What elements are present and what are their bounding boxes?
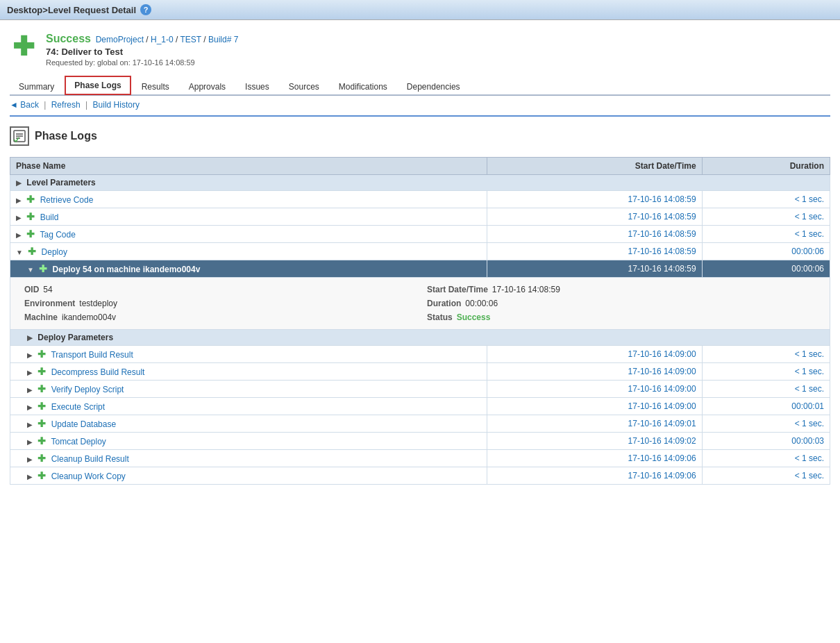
deploy-detail-grid: OID 54 Start Date/Time 17-10-16 14:08:59… (10, 278, 830, 329)
build-expand[interactable]: ▶ (16, 214, 22, 222)
top-bar: Desktop>Level Request Detail ? (0, 0, 840, 20)
cleanup-build-link[interactable]: Cleanup Build Result (51, 454, 129, 464)
tab-approvals[interactable]: Approvals (180, 78, 235, 95)
status-requested: Requested by: global on: 17-10-16 14:08:… (46, 58, 238, 67)
retrieve-code-date: 17-10-16 14:08:59 (487, 191, 702, 208)
breadcrumb-build[interactable]: Build# 7 (208, 35, 238, 44)
tab-phase-logs[interactable]: Phase Logs (65, 76, 131, 95)
transport-duration: < 1 sec. (702, 346, 830, 363)
tab-results[interactable]: Results (133, 78, 178, 95)
deploy-plus-icon[interactable]: ✚ (28, 246, 36, 257)
status-description: 74: Deliver to Test (46, 47, 238, 57)
tomcat-link[interactable]: Tomcat Deploy (51, 437, 106, 446)
status-icon: ✚ (10, 33, 37, 60)
tag-code-link[interactable]: Tag Code (40, 230, 75, 240)
deploy-machine-duration: 00:00:06 (702, 260, 830, 278)
transport-plus-icon[interactable]: ✚ (37, 349, 46, 360)
back-link[interactable]: ◄ Back (10, 100, 39, 110)
help-icon[interactable]: ? (140, 4, 151, 15)
tag-code-expand[interactable]: ▶ (16, 231, 22, 239)
execute-expand[interactable]: ▶ (27, 403, 33, 411)
decompress-expand[interactable]: ▶ (27, 369, 33, 376)
transport-link[interactable]: Transport Build Result (51, 350, 133, 360)
deploy-date: 17-10-16 14:08:59 (487, 243, 702, 260)
phase-table: Phase Name Start Date/Time Duration ▶ Le… (10, 157, 830, 485)
breadcrumb-project[interactable]: DemoProject (96, 35, 144, 44)
build-link[interactable]: Build (40, 212, 59, 222)
deploy-machine-link[interactable]: Deploy 54 on machine ikandemo004v (53, 265, 201, 274)
cleanup-work-duration: < 1 sec. (702, 467, 830, 485)
build-history-link[interactable]: Build History (93, 100, 140, 110)
execute-date: 17-10-16 14:09:00 (487, 398, 702, 415)
level-params-expand[interactable]: ▶ (16, 179, 22, 187)
cleanup-work-link[interactable]: Cleanup Work Copy (51, 471, 126, 481)
cleanup-build-expand[interactable]: ▶ (27, 456, 33, 463)
retrieve-code-plus-icon[interactable]: ✚ (26, 194, 35, 205)
retrieve-code-link[interactable]: Retrieve Code (40, 195, 94, 205)
execute-link[interactable]: Execute Script (51, 402, 105, 412)
transport-expand[interactable]: ▶ (27, 351, 33, 359)
detail-oid: OID 54 (24, 285, 413, 294)
tomcat-expand[interactable]: ▶ (27, 438, 33, 446)
tomcat-plus-icon[interactable]: ✚ (37, 435, 46, 446)
build-plus-icon[interactable]: ✚ (26, 211, 35, 222)
decompress-date: 17-10-16 14:09:00 (487, 363, 702, 381)
tab-sources[interactable]: Sources (280, 78, 328, 95)
tab-dependencies[interactable]: Dependencies (398, 78, 469, 95)
deploy-machine-expand[interactable]: ▼ (27, 266, 34, 274)
deploy-machine-row: ▼ ✚ Deploy 54 on machine ikandemo004v 17… (10, 260, 830, 278)
refresh-link[interactable]: Refresh (51, 100, 81, 110)
detail-duration: Duration 00:00:06 (427, 299, 816, 308)
deploy-params-row: ▶ Deploy Parameters (10, 330, 830, 346)
verify-expand[interactable]: ▶ (27, 386, 33, 394)
tab-issues[interactable]: Issues (236, 78, 278, 95)
deploy-machine-date: 17-10-16 14:08:59 (487, 260, 702, 278)
retrieve-code-expand[interactable]: ▶ (16, 197, 22, 204)
deploy-params-expand[interactable]: ▶ (27, 334, 33, 342)
breadcrumb-test[interactable]: TEST (180, 35, 201, 44)
breadcrumb-h10[interactable]: H_1-0 (151, 35, 174, 44)
cleanup-work-expand[interactable]: ▶ (27, 473, 33, 481)
build-date: 17-10-16 14:08:59 (487, 208, 702, 226)
build-duration: < 1 sec. (702, 208, 830, 226)
decompress-plus-icon[interactable]: ✚ (37, 366, 46, 377)
retrieve-code-duration: < 1 sec. (702, 191, 830, 208)
update-db-link[interactable]: Update Database (51, 419, 116, 429)
tab-summary[interactable]: Summary (10, 78, 63, 95)
status-header: ✚ Success DemoProject / H_1-0 / TEST / B… (10, 27, 830, 75)
table-row: ▶ ✚ Decompress Build Result 17-10-16 14:… (10, 363, 830, 381)
tag-code-plus-icon[interactable]: ✚ (26, 228, 35, 240)
cleanup-work-date: 17-10-16 14:09:06 (487, 467, 702, 485)
col-phase-name: Phase Name (10, 158, 487, 175)
update-db-duration: < 1 sec. (702, 415, 830, 433)
execute-plus-icon[interactable]: ✚ (37, 401, 46, 412)
verify-date: 17-10-16 14:09:00 (487, 381, 702, 398)
deploy-expand[interactable]: ▼ (16, 249, 23, 256)
cleanup-work-plus-icon[interactable]: ✚ (37, 470, 46, 481)
update-db-date: 17-10-16 14:09:01 (487, 415, 702, 433)
decompress-link[interactable]: Decompress Build Result (51, 367, 145, 377)
tomcat-date: 17-10-16 14:09:02 (487, 433, 702, 450)
table-row: ▼ ✚ Deploy 17-10-16 14:08:59 00:00:06 (10, 243, 830, 260)
cleanup-build-plus-icon[interactable]: ✚ (37, 453, 46, 464)
deploy-machine-plus-icon[interactable]: ✚ (39, 263, 47, 274)
table-row: ▶ ✚ Retrieve Code 17-10-16 14:08:59 < 1 … (10, 191, 830, 208)
tab-modifications[interactable]: Modifications (330, 78, 396, 95)
update-db-plus-icon[interactable]: ✚ (37, 418, 46, 429)
table-row: ▶ ✚ Update Database 17-10-16 14:09:01 < … (10, 415, 830, 433)
table-row: ▶ ✚ Tag Code 17-10-16 14:08:59 < 1 sec. (10, 226, 830, 243)
phase-logs-icon (10, 126, 29, 146)
page-title: Desktop>Level Request Detail (7, 5, 136, 15)
level-params-label: Level Parameters (26, 178, 95, 187)
deploy-link[interactable]: Deploy (42, 247, 67, 257)
table-row: ▶ ✚ Verify Deploy Script 17-10-16 14:09:… (10, 381, 830, 398)
breadcrumb: DemoProject / H_1-0 / TEST / Build# 7 (93, 35, 238, 44)
status-label: Success (46, 33, 91, 44)
tabs-bar: Summary Phase Logs Results Approvals Iss… (10, 75, 830, 96)
verify-duration: < 1 sec. (702, 381, 830, 398)
update-db-expand[interactable]: ▶ (27, 421, 33, 428)
detail-machine: Machine ikandemo004v (24, 312, 413, 322)
verify-link[interactable]: Verify Deploy Script (51, 385, 124, 394)
tomcat-duration: 00:00:03 (702, 433, 830, 450)
verify-plus-icon[interactable]: ✚ (37, 383, 46, 394)
